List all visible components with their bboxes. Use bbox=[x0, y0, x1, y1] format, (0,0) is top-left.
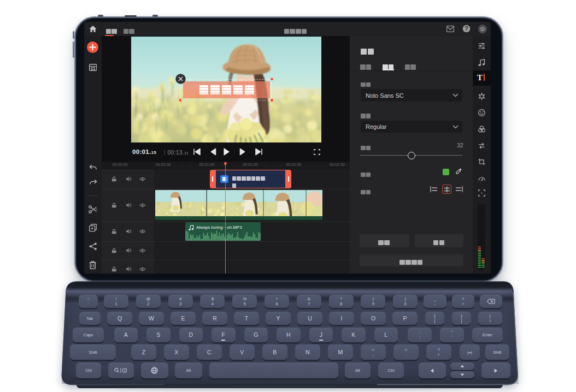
svg-text:?: ? bbox=[465, 26, 468, 32]
